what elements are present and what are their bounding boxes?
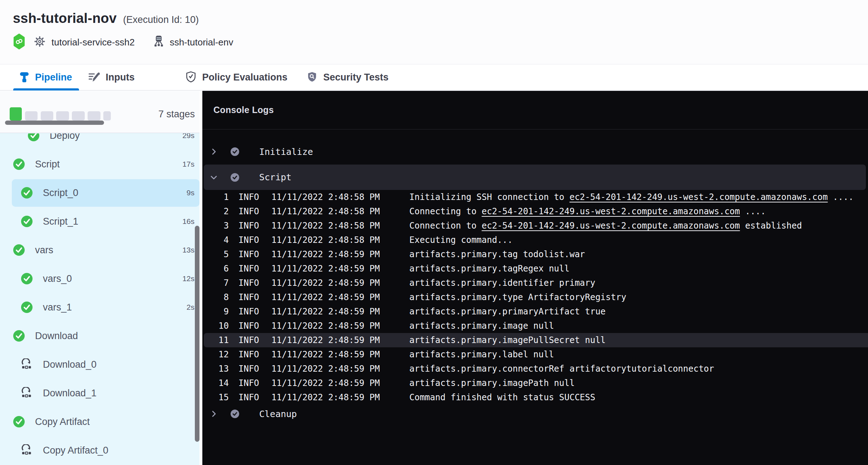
stage-label: Copy Artifact [35,416,90,427]
stage-duration: 17s [182,160,199,168]
log-timestamp: 11/11/2022 2:48:58 PM [271,192,381,202]
log-line-15[interactable]: 15INFO11/11/2022 2:48:59 PMCommand finis… [202,390,868,405]
log-line-13[interactable]: 13INFO11/11/2022 2:48:59 PMartifacts.pri… [202,362,868,376]
stage-row-copy-artifact[interactable]: Copy Artifact [0,407,199,436]
stage-duration: 9s [187,189,199,197]
stage-row-vars[interactable]: vars13s [0,236,199,264]
execution-tabbar: Pipeline Inputs [0,65,868,90]
log-timestamp: 11/11/2022 2:48:58 PM [271,235,381,245]
log-message: artifacts.primary.tagRegex null [409,264,569,274]
chevron-right-icon[interactable] [209,147,218,156]
stages-sidebar: 7 stages Deploy29sScript17sScript_09sScr… [0,91,199,465]
stage-label: Copy Artifact_0 [43,445,108,456]
log-section-cleanup[interactable]: Cleanup [202,405,868,423]
stage-row-vars-0[interactable]: vars_012s [0,264,199,293]
stage-row-deploy[interactable]: Deploy29s [0,133,199,150]
chevron-right-icon[interactable] [209,409,218,418]
log-timestamp: 11/11/2022 2:48:59 PM [271,378,381,388]
stage-row-download-0[interactable]: Download_0 [0,350,199,379]
chevron-down-icon[interactable] [209,173,218,182]
log-line-7[interactable]: 7INFO11/11/2022 2:48:59 PMartifacts.prim… [202,276,868,290]
log-line-9[interactable]: 9INFO11/11/2022 2:48:59 PMartifacts.prim… [202,304,868,319]
tab-security-tests-label: Security Tests [323,72,389,83]
log-timestamp: 11/11/2022 2:48:58 PM [271,221,381,231]
log-lines: 1INFO11/11/2022 2:48:58 PMInitializing S… [202,190,868,405]
inputs-icon [88,72,100,84]
stage-duration: 29s [182,133,199,140]
stage-row-script[interactable]: Script17s [0,150,199,178]
environment-name[interactable]: ssh-tutorial-env [170,37,233,48]
log-line-14[interactable]: 14INFO11/11/2022 2:48:59 PMartifacts.pri… [202,376,868,390]
log-timestamp: 11/11/2022 2:48:59 PM [271,392,381,402]
log-message: artifacts.primary.image null [409,321,554,331]
log-timestamp: 11/11/2022 2:48:59 PM [271,335,381,345]
tab-inputs-label: Inputs [106,72,135,83]
host-link[interactable]: ec2-54-201-142-249.us-west-2.compute.ama… [482,221,740,231]
success-check-icon [13,416,25,428]
log-line-6[interactable]: 6INFO11/11/2022 2:48:59 PMartifacts.prim… [202,261,868,276]
selected-row-highlight [12,179,199,207]
log-message: Connecting to ec2-54-201-142-249.us-west… [409,206,766,216]
log-line-11[interactable]: 11INFO11/11/2022 2:48:59 PMartifacts.pri… [204,333,868,347]
log-section-label: Cleanup [259,409,297,419]
badges-row: tutorial-service-ssh2 ssh-tutorial-env [14,34,233,51]
log-level: INFO [238,192,259,202]
environment-icon [153,35,164,49]
stage-progress-header: 7 stages [0,91,199,133]
log-line-number: 1 [210,192,229,202]
sidebar-vertical-scrollbar[interactable] [195,226,199,442]
tab-policy-evaluations-label: Policy Evaluations [202,72,288,83]
log-line-number: 10 [210,321,229,331]
tab-policy-evaluations[interactable]: Policy Evaluations [186,65,288,90]
stage-progress-square [25,111,38,121]
stage-progress-square-done [10,107,22,121]
tab-pipeline[interactable]: Pipeline [20,65,72,90]
stage-progress-square [72,111,85,121]
log-level: INFO [238,249,259,259]
log-timestamp: 11/11/2022 2:48:59 PM [271,321,381,331]
log-level: INFO [238,307,259,317]
log-message: artifacts.primary.primaryArtifact true [409,307,606,317]
log-line-5[interactable]: 5INFO11/11/2022 2:48:59 PMartifacts.prim… [202,247,868,261]
log-level: INFO [238,206,259,216]
log-message: artifacts.primary.label null [409,349,554,359]
service-name[interactable]: tutorial-service-ssh2 [51,37,135,48]
stage-label: Download [35,331,78,342]
log-line-10[interactable]: 10INFO11/11/2022 2:48:59 PMartifacts.pri… [202,319,868,333]
log-section-initialize[interactable]: Initialize [202,142,868,161]
stage-row-copy-artifact-0[interactable]: Copy Artifact_0 [0,436,199,465]
log-level: INFO [238,378,259,388]
log-line-2[interactable]: 2INFO11/11/2022 2:48:58 PMConnecting to … [202,204,868,219]
host-link[interactable]: ec2-54-201-142-249.us-west-2.compute.ama… [569,192,828,202]
log-section-script[interactable]: Script [204,165,866,190]
stage-row-vars-1[interactable]: vars_12s [0,293,199,322]
stage-row-download-1[interactable]: Download_1 [0,379,199,407]
log-message: artifacts.primary.connectorRef artifacto… [409,364,714,374]
stage-label: Script_0 [43,187,78,199]
success-check-icon [13,330,25,342]
stage-row-script-1[interactable]: Script_116s [0,207,199,236]
host-link[interactable]: ec2-54-201-142-249.us-west-2.compute.ama… [482,206,740,216]
log-line-12[interactable]: 12INFO11/11/2022 2:48:59 PMartifacts.pri… [202,347,868,362]
log-line-number: 4 [210,235,229,245]
stage-progress-square [41,111,53,121]
log-line-1[interactable]: 1INFO11/11/2022 2:48:58 PMInitializing S… [202,190,868,204]
service-gear-icon [34,36,45,49]
stage-label: vars_1 [43,302,72,313]
log-level: INFO [238,264,259,274]
log-line-3[interactable]: 3INFO11/11/2022 2:48:58 PMConnection to … [202,219,868,233]
progress-horizontal-scrollbar[interactable] [5,121,104,125]
stage-list: Deploy29sScript17sScript_09sScript_116sv… [0,133,199,465]
log-section-label: Initialize [259,147,313,157]
log-line-number: 14 [210,378,229,388]
tab-inputs[interactable]: Inputs [88,65,135,90]
log-line-4[interactable]: 4INFO11/11/2022 2:48:58 PMExecuting comm… [202,233,868,247]
log-level: INFO [238,235,259,245]
stage-progress-square [56,111,69,121]
stage-row-download[interactable]: Download [0,322,199,350]
stage-row-script-0[interactable]: Script_09s [0,178,199,207]
tab-security-tests[interactable]: Security Tests [307,65,389,90]
log-line-8[interactable]: 8INFO11/11/2022 2:48:59 PMartifacts.prim… [202,290,868,304]
policy-shield-icon [186,71,196,84]
log-line-number: 15 [210,392,229,402]
